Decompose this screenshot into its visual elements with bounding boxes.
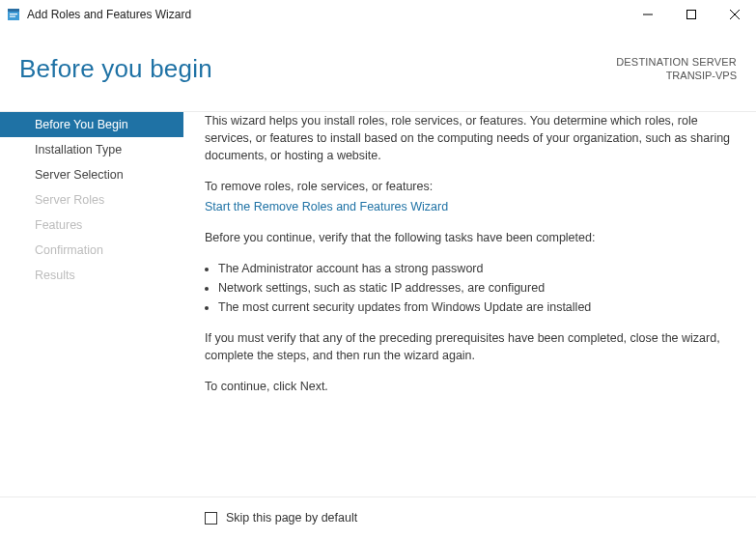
continue-hint: To continue, click Next. (205, 378, 737, 395)
verify-intro: Before you continue, verify that the fol… (205, 229, 737, 246)
destination-server: TRANSIP-VPS (616, 70, 737, 81)
destination-label: DESTINATION SERVER (616, 56, 737, 68)
remove-label: To remove roles, role services, or featu… (205, 178, 737, 195)
svg-rect-5 (686, 10, 695, 18)
svg-rect-3 (10, 15, 15, 16)
nav-results: Results (0, 263, 183, 288)
prereq-item: The Administrator account has a strong p… (218, 260, 737, 277)
remove-wizard-link[interactable]: Start the Remove Roles and Features Wiza… (205, 200, 448, 213)
nav-before-you-begin[interactable]: Before You Begin (0, 112, 183, 137)
skip-row: Skip this page by default (0, 496, 756, 525)
window-title: Add Roles and Features Wizard (27, 8, 626, 21)
prereq-item: Network settings, such as static IP addr… (218, 279, 737, 297)
body: Before You Begin Installation Type Serve… (0, 112, 756, 496)
header: Before you begin DESTINATION SERVER TRAN… (0, 29, 756, 112)
nav-confirmation: Confirmation (0, 238, 183, 263)
svg-rect-2 (10, 14, 17, 14)
titlebar: Add Roles and Features Wizard (0, 0, 756, 29)
window-buttons (626, 0, 756, 29)
minimize-button[interactable] (626, 0, 669, 29)
nav-features: Features (0, 213, 183, 238)
destination-info: DESTINATION SERVER TRANSIP-VPS (616, 54, 737, 81)
page-title: Before you begin (19, 54, 212, 84)
footer: < Previous Next > Install Cancel (0, 525, 756, 539)
content: This wizard helps you install roles, rol… (183, 112, 756, 496)
nav-installation-type[interactable]: Installation Type (0, 137, 183, 162)
nav-server-roles: Server Roles (0, 187, 183, 213)
close-button[interactable] (713, 0, 756, 29)
maximize-button[interactable] (669, 0, 713, 29)
skip-checkbox[interactable] (205, 512, 217, 525)
prereq-item: The most current security updates from W… (218, 298, 737, 316)
rerun-text: If you must verify that any of the prece… (205, 329, 737, 364)
prereq-list: The Administrator account has a strong p… (218, 260, 737, 316)
svg-rect-1 (8, 9, 19, 12)
skip-label: Skip this page by default (226, 511, 357, 525)
wizard-icon (6, 7, 21, 22)
nav-server-selection[interactable]: Server Selection (0, 162, 183, 187)
intro-text: This wizard helps you install roles, rol… (205, 112, 737, 164)
nav-steps: Before You Begin Installation Type Serve… (0, 112, 183, 496)
